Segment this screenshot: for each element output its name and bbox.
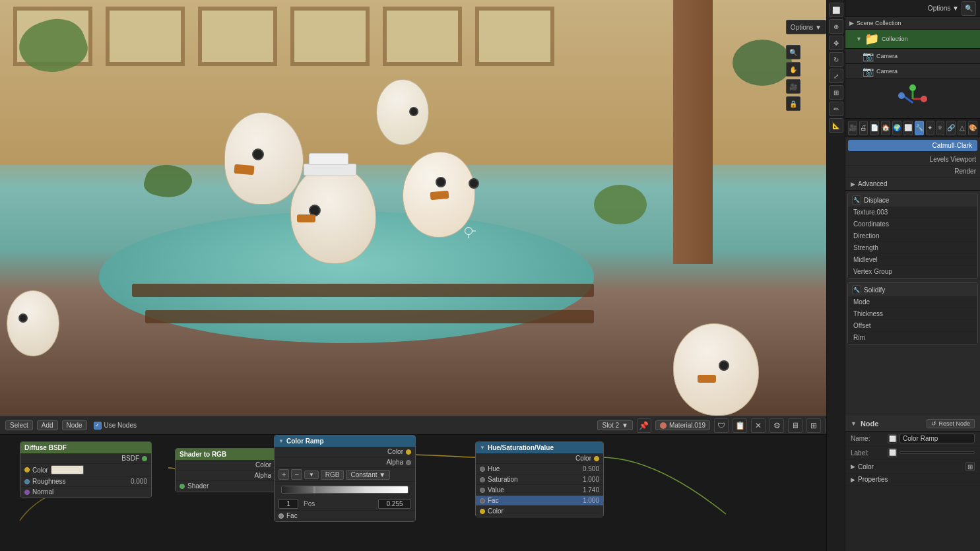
modifier-prop-icon[interactable]: 🔧 (915, 121, 924, 135)
node-editor-canvas[interactable]: Diffuse BSDF BSDF Color Roughness 0.000 (0, 435, 845, 551)
color-ramp-color-out: Color (275, 447, 415, 457)
output-prop-icon[interactable]: 🖨 (859, 121, 868, 135)
direction-row: Direction (848, 230, 977, 242)
measure-icon[interactable]: 📐 (829, 118, 843, 133)
select-button[interactable]: Select (5, 420, 33, 430)
add-stop-button[interactable]: + (278, 469, 289, 480)
catmull-clark-button[interactable]: Catmull-Clark (848, 140, 977, 151)
displace-label: Displace (864, 197, 889, 204)
rotate-icon[interactable]: ↻ (829, 52, 843, 67)
hsv-hue-row[interactable]: Hue 0.500 (476, 464, 603, 474)
shader-rgb-alpha-out: Alpha (176, 470, 283, 481)
render-mode-icon[interactable]: 🖥 (788, 418, 802, 433)
displace-header[interactable]: 🔧 Displace (848, 193, 977, 207)
texture-row[interactable]: Texture.003 (848, 207, 977, 218)
world-prop-icon[interactable]: 🌍 (892, 121, 901, 135)
color-ramp-gradient[interactable] (275, 482, 415, 498)
color-grid-icon[interactable]: ⊞ (965, 462, 975, 471)
remove-stop-button[interactable]: − (291, 469, 302, 480)
copy-icon[interactable]: 📋 (733, 418, 747, 433)
options-button[interactable]: Options ▼ (786, 20, 826, 34)
move-icon[interactable]: ✥ (829, 36, 843, 50)
view3d-icon[interactable]: ⬜ (829, 3, 843, 17)
solidify-icon[interactable]: 🔧 (852, 285, 861, 294)
node-name-type-icon[interactable]: ⬜ (888, 434, 897, 443)
hsv-fac-row[interactable]: Fac 1.000 (476, 496, 603, 506)
value-label: Value (488, 486, 504, 494)
shader-to-rgb-node[interactable]: Shader to RGB Color Alpha Shader (175, 448, 284, 492)
rgb-select[interactable]: RGB (321, 470, 344, 480)
scale-icon[interactable]: ⤢ (829, 69, 843, 83)
hsv-title: Hue/Saturation/Value (488, 444, 554, 451)
color-ramp-controls[interactable]: + − ▼ RGB Constant ▼ (275, 468, 415, 482)
lock-icon[interactable]: 🔒 (786, 96, 800, 111)
viewport-scene (0, 0, 845, 416)
reset-node-button[interactable]: ↺ Reset Node (927, 419, 975, 428)
ramp-stop-1[interactable] (313, 486, 315, 493)
hand-icon[interactable]: ✋ (786, 62, 800, 77)
data-icon[interactable]: △ (958, 121, 966, 135)
node-label-row[interactable]: Label: ⬜ (845, 446, 980, 460)
obj-prop-icon[interactable]: ⬜ (903, 121, 913, 135)
particle-icon[interactable]: ✦ (926, 121, 934, 135)
settings-icon[interactable]: ⚙ (769, 418, 784, 433)
hsv-node[interactable]: ▼ Hue/Saturation/Value Color Hue 0.500 (475, 441, 604, 517)
transform-icon[interactable]: ⊞ (829, 85, 843, 100)
diffuse-color-row[interactable]: Color (20, 464, 151, 476)
use-nodes-checkbox[interactable]: ✓ (94, 422, 102, 430)
strength-row: Strength (848, 242, 977, 254)
cr-color-label: Color (387, 448, 403, 455)
interpolation-chevron[interactable]: ▼ (304, 470, 319, 479)
shield-icon[interactable]: 🛡 (714, 418, 729, 433)
diffuse-roughness-row[interactable]: Roughness 0.000 (20, 476, 151, 487)
add-button[interactable]: Add (37, 420, 58, 430)
displace-icon[interactable]: 🔧 (852, 195, 861, 205)
diffuse-normal-row[interactable]: Normal (20, 487, 151, 498)
annotate-icon[interactable]: ✏ (829, 102, 843, 116)
render-prop-icon[interactable]: 🎥 (848, 121, 857, 135)
scene-prop-icon[interactable]: 🏠 (881, 121, 890, 135)
hsv-value-row[interactable]: Value 1.740 (476, 485, 603, 496)
node-properties-section[interactable]: ▶ Properties (845, 474, 980, 486)
zoom-icon[interactable]: 🔍 (786, 45, 800, 59)
pin-icon[interactable]: 📌 (637, 418, 651, 433)
physics-icon[interactable]: ⚛ (936, 121, 945, 135)
node-color-section[interactable]: ▶ Color ⊞ (845, 460, 980, 474)
diffuse-bsdf-node[interactable]: Diffuse BSDF BSDF Color Roughness 0.000 (20, 441, 152, 498)
adjust-icon[interactable]: ⊞ (806, 418, 821, 433)
view-layer-icon[interactable]: 📄 (870, 121, 879, 135)
levels-viewport-label: Levels Viewport (845, 154, 980, 166)
node-label-type-icon[interactable]: ⬜ (888, 448, 897, 457)
hsv-color-in-row[interactable]: Color (476, 506, 603, 517)
close-icon[interactable]: ✕ (751, 418, 766, 433)
color-swatch[interactable] (51, 465, 84, 474)
cursor-3d-icon[interactable]: ⊕ (829, 19, 843, 34)
search-icon[interactable]: 🔍 (962, 1, 976, 16)
color-ramp-node[interactable]: ▼ Color Ramp Color Alpha + − (274, 435, 416, 522)
collection-row[interactable]: ▼ 📁 Collection (845, 30, 980, 49)
camera-row-1[interactable]: 📷 Camera (845, 49, 980, 64)
y-dot[interactable] (909, 84, 916, 91)
camera-row-2[interactable]: 📷 Camera (845, 64, 980, 79)
x-dot[interactable] (921, 96, 927, 102)
camera-icon[interactable]: 🎥 (786, 79, 800, 94)
color-ramp-fac-in[interactable]: Fac (275, 511, 415, 521)
color-ramp-pos-row[interactable]: Pos (275, 498, 415, 511)
constant-select[interactable]: Constant ▼ (346, 470, 390, 480)
slot-select[interactable]: Slot 2 ▼ (597, 420, 632, 430)
shader-rgb-shader-in[interactable]: Shader (176, 481, 283, 492)
ramp-pos-field[interactable] (378, 499, 411, 509)
solidify-header[interactable]: 🔧 Solidify (848, 283, 977, 296)
hsv-fac-socket (480, 498, 485, 503)
advanced-section[interactable]: ▶ Advanced (845, 178, 980, 191)
material-select[interactable]: Material.019 (655, 420, 710, 430)
z-dot[interactable] (898, 92, 905, 99)
node-button[interactable]: Node (62, 420, 87, 430)
ramp-index-field[interactable] (278, 499, 298, 509)
constraint-icon[interactable]: 🔗 (946, 121, 956, 135)
node-name-row[interactable]: Name: ⬜ Color Ramp (845, 432, 980, 446)
viewport-3d[interactable] (0, 0, 845, 416)
material-icon[interactable]: 🎨 (968, 121, 977, 135)
solidify-label: Solidify (864, 286, 885, 294)
hsv-saturation-row[interactable]: Saturation 1.000 (476, 474, 603, 485)
